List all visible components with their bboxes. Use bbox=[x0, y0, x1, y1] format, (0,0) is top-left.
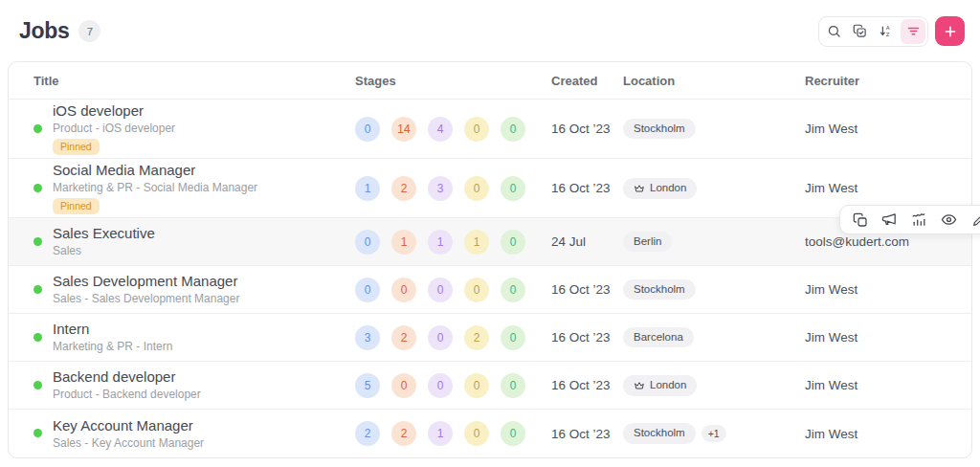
add-job-button[interactable] bbox=[935, 16, 965, 46]
location-pill: Stockholm bbox=[623, 279, 696, 300]
stage-count-pill[interactable]: 0 bbox=[355, 230, 380, 255]
stage-count-pill[interactable]: 1 bbox=[464, 230, 489, 255]
job-recruiter: Jim West bbox=[805, 378, 947, 392]
select-multiple-button[interactable] bbox=[847, 18, 873, 45]
stage-count-pill[interactable]: 1 bbox=[428, 230, 453, 255]
stage-count-pill[interactable]: 0 bbox=[391, 373, 416, 398]
stage-count-pill[interactable]: 0 bbox=[428, 373, 453, 398]
analytics-icon bbox=[911, 211, 927, 228]
job-title[interactable]: Sales Executive bbox=[53, 225, 155, 242]
job-title[interactable]: Key Account Manager bbox=[53, 417, 204, 434]
stages-cell: 00000 bbox=[355, 278, 551, 302]
stage-count-pill[interactable]: 2 bbox=[391, 325, 416, 350]
job-subtitle: Product - Backend developer bbox=[53, 388, 201, 401]
stage-count-pill[interactable]: 0 bbox=[501, 325, 525, 350]
plus-icon bbox=[943, 24, 958, 39]
sort-button[interactable]: AZ bbox=[873, 18, 899, 45]
job-title[interactable]: Backend developer bbox=[53, 368, 201, 386]
status-dot bbox=[33, 285, 42, 294]
location-pill: Stockholm bbox=[623, 423, 696, 444]
stage-count-pill[interactable]: 0 bbox=[428, 325, 453, 350]
stage-count-pill[interactable]: 0 bbox=[391, 278, 416, 302]
stage-count-pill[interactable]: 2 bbox=[391, 421, 416, 446]
job-title[interactable]: iOS developer bbox=[53, 102, 175, 120]
stage-count-pill[interactable]: 0 bbox=[428, 278, 453, 302]
status-dot bbox=[33, 381, 42, 389]
stage-count-pill[interactable]: 1 bbox=[391, 230, 416, 255]
stage-count-pill[interactable]: 0 bbox=[464, 117, 489, 142]
stage-count-pill[interactable]: 0 bbox=[464, 176, 489, 201]
job-row[interactable]: iOS developer Product - iOS developer Pi… bbox=[9, 100, 971, 159]
location-name: Barcelona bbox=[634, 332, 683, 344]
job-row[interactable]: Intern Marketing & PR - Intern 32020 16 … bbox=[9, 314, 971, 362]
location-name: Stockholm bbox=[634, 123, 685, 135]
column-header-stages: Stages bbox=[355, 74, 551, 88]
analytics-button[interactable] bbox=[911, 211, 927, 228]
search-button[interactable] bbox=[821, 18, 847, 45]
jobs-toolbar: AZ bbox=[818, 16, 928, 47]
stage-count-pill[interactable]: 3 bbox=[355, 325, 380, 350]
stages-cell: 32020 bbox=[355, 325, 551, 350]
job-created: 16 Oct ’23 bbox=[551, 378, 623, 392]
stage-count-pill[interactable]: 2 bbox=[355, 421, 380, 446]
stage-count-pill[interactable]: 0 bbox=[464, 373, 489, 398]
stage-count-pill[interactable]: 1 bbox=[428, 421, 453, 446]
job-recruiter: Jim West bbox=[805, 282, 947, 297]
location-pill: Berlin bbox=[623, 232, 672, 253]
stage-count-pill[interactable]: 0 bbox=[501, 117, 525, 142]
stage-count-pill[interactable]: 0 bbox=[501, 278, 525, 302]
column-header-location: Location bbox=[623, 74, 805, 88]
preview-icon bbox=[941, 211, 957, 228]
stage-count-pill[interactable]: 1 bbox=[355, 176, 380, 201]
stage-count-pill[interactable]: 0 bbox=[501, 373, 525, 398]
select-multiple-icon bbox=[853, 24, 867, 38]
stage-count-pill[interactable]: 4 bbox=[428, 117, 453, 142]
job-title[interactable]: Intern bbox=[53, 321, 172, 338]
column-header-title: Title bbox=[33, 74, 355, 88]
job-row[interactable]: Sales Executive Sales 01110 24 Jul Berli… bbox=[9, 218, 971, 266]
stage-count-pill[interactable]: 0 bbox=[501, 176, 525, 201]
stages-cell: 014400 bbox=[355, 117, 551, 142]
stage-count-pill[interactable]: 0 bbox=[355, 117, 380, 142]
job-title[interactable]: Social Media Manager bbox=[53, 162, 257, 179]
location-name: London bbox=[650, 183, 686, 194]
job-row[interactable]: Key Account Manager Sales - Key Account … bbox=[9, 410, 971, 457]
filter-button[interactable] bbox=[901, 19, 925, 44]
job-title[interactable]: Sales Development Manager bbox=[53, 273, 239, 290]
job-row[interactable]: Backend developer Product - Backend deve… bbox=[9, 362, 971, 410]
status-dot bbox=[33, 124, 42, 133]
location-pill: London bbox=[623, 178, 697, 199]
edit-button[interactable] bbox=[970, 211, 980, 228]
jobs-table: Title Stages Created Location Recruiter … bbox=[8, 61, 972, 458]
job-subtitle: Marketing & PR - Intern bbox=[53, 340, 172, 353]
column-header-recruiter: Recruiter bbox=[805, 74, 947, 88]
search-icon bbox=[827, 24, 841, 38]
stage-count-pill[interactable]: 3 bbox=[428, 176, 453, 201]
status-dot bbox=[33, 429, 42, 437]
promote-button[interactable] bbox=[881, 211, 898, 228]
stage-count-pill[interactable]: 0 bbox=[355, 278, 380, 302]
preview-button[interactable] bbox=[941, 211, 957, 228]
stage-count-pill[interactable]: 2 bbox=[464, 325, 489, 350]
job-row[interactable]: Social Media Manager Marketing & PR - So… bbox=[9, 159, 971, 218]
stage-count-pill[interactable]: 0 bbox=[501, 230, 525, 255]
location-pill: London bbox=[623, 375, 697, 396]
job-subtitle: Sales bbox=[53, 244, 155, 257]
stage-count-pill[interactable]: 14 bbox=[391, 117, 416, 142]
svg-text:A: A bbox=[886, 25, 890, 31]
svg-text:Z: Z bbox=[886, 32, 890, 37]
stage-count-pill[interactable]: 0 bbox=[501, 421, 525, 446]
stages-cell: 01110 bbox=[355, 230, 551, 255]
status-dot bbox=[33, 333, 42, 342]
stage-count-pill[interactable]: 0 bbox=[464, 421, 489, 446]
location-name: London bbox=[650, 380, 686, 391]
job-row[interactable]: Sales Development Manager Sales - Sales … bbox=[9, 266, 971, 314]
stage-count-pill[interactable]: 2 bbox=[391, 176, 416, 201]
stage-count-pill[interactable]: 5 bbox=[355, 373, 380, 398]
pinned-badge: Pinned bbox=[53, 139, 100, 156]
job-subtitle: Marketing & PR - Social Media Manager bbox=[53, 181, 257, 194]
pinned-badge: Pinned bbox=[53, 198, 100, 215]
stage-count-pill[interactable]: 0 bbox=[464, 278, 489, 302]
job-row-actions-toolbar bbox=[839, 205, 980, 234]
duplicate-button[interactable] bbox=[852, 211, 868, 228]
